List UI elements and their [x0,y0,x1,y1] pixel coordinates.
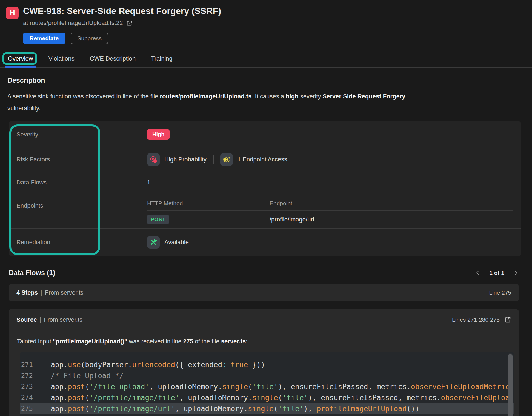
tab-violations[interactable]: Violations [48,52,75,67]
http-method-badge: POST [147,215,169,224]
data-flows-heading: Data Flows (1) [9,269,55,277]
steps-line-number: Line 275 [489,289,511,296]
tab-training-label: Training [151,55,173,62]
code-lines: 271app.use(bodyParser.urlencoded({ exten… [20,359,514,414]
chevron-left-icon [475,270,480,276]
issue-header: H CWE-918: Server-Side Request Forgery (… [0,0,532,44]
suppress-button[interactable]: Suppress [71,33,108,44]
code-snippet: 271app.use(bodyParser.urlencoded({ exten… [20,352,514,416]
code-line-272: 272/* File Upload */ [20,370,514,381]
risk-factor-probability-text: High Probability [164,156,207,163]
tab-overview[interactable]: Overview [7,52,34,67]
page-title: CWE-918: Server-Side Request Forgery (SS… [23,6,221,16]
file-location-text: at routes/profileImageUrlUpload.ts:22 [23,19,123,27]
tab-violations-label: Violations [48,55,75,62]
description-heading: Description [7,76,519,84]
data-flows-section-header: Data Flows (1) 1 of 1 [9,269,519,277]
previous-flow-button[interactable] [475,270,480,276]
data-flows-label: Data Flows [9,179,147,186]
active-tab-indicator [5,66,36,68]
data-flows-value: 1 [147,179,521,186]
code-scrollbar-thumb[interactable] [508,354,513,416]
endpoint-value: /profile/image/url [270,216,314,223]
risk-factor-probability: High Probability [147,153,207,166]
tools-icon [147,236,160,249]
probability-badge-icon [147,153,160,166]
taint-description: Tainted input "profileImageUrlUpload()" … [9,330,519,345]
risk-factors-row: Risk Factors High Probability [9,148,521,171]
source-from-file: From server.ts [44,316,82,323]
tab-bar: Overview Violations CWE Description Trai… [0,52,532,68]
steps-separator: | [41,289,42,296]
source-lines-label: Lines 271-280 275 [452,317,500,323]
description-text: A sensitive sink function was discovered… [7,90,413,114]
tab-cwe-description-label: CWE Description [90,55,136,62]
pagination-count: 1 of 1 [489,270,504,276]
steps-from-file: From server.ts [45,289,84,296]
next-flow-button[interactable] [513,270,519,276]
details-panel: Severity High Risk Factors [9,121,521,256]
code-line-271: 271app.use(bodyParser.urlencoded({ exten… [20,359,514,370]
http-method-header: HTTP Method [147,200,270,207]
source-step-card: Source | From server.ts Lines 271-280 27… [9,309,519,416]
remediate-button[interactable]: Remediate [23,33,65,44]
data-flows-row: Data Flows 1 [9,171,521,194]
code-line-275: 275app.post('/profile/image/url', upload… [20,403,514,414]
risk-factor-endpoint-access-text: 1 Endpoint Access [238,156,287,163]
code-line-274: 274app.post('/profile/image/file', uploa… [20,392,514,403]
source-separator: | [40,316,41,323]
risk-factor-endpoint-access: 1 Endpoint Access [220,153,287,166]
risk-factors-label: Risk Factors [9,156,147,163]
remediation-label: Remediation [9,239,147,246]
source-title: Source [16,316,37,323]
tab-cwe-description[interactable]: CWE Description [89,52,136,67]
remediation-available: Available [147,236,189,249]
description-section: Description A sensitive sink function wa… [0,68,532,114]
remediation-value: Available [164,239,189,246]
data-flow-pagination: 1 of 1 [475,270,519,276]
steps-count: 4 Steps [16,289,38,296]
external-link-icon[interactable] [504,316,511,323]
chevron-right-icon [513,270,519,276]
external-link-icon[interactable] [126,20,133,26]
tab-training[interactable]: Training [150,52,173,67]
risk-factor-separator [213,155,214,164]
tab-overview-label: Overview [8,55,33,62]
severity-letter-badge: H [6,7,19,19]
endpoint-header: Endpoint [270,200,292,207]
severity-badge: High [147,129,170,140]
severity-row: Severity High [9,121,521,148]
endpoints-label: Endpoints [9,194,147,209]
severity-label: Severity [9,131,147,138]
endpoints-row: Endpoints HTTP Method Endpoint POST /pro… [9,194,521,229]
remediation-row: Remediation Available [9,229,521,256]
endpoint-target-icon [220,153,233,166]
steps-summary-bar[interactable]: 4 Steps | From server.ts Line 275 [9,284,519,301]
code-line-273: 273app.post('/file-upload', uploadToMemo… [20,381,514,392]
